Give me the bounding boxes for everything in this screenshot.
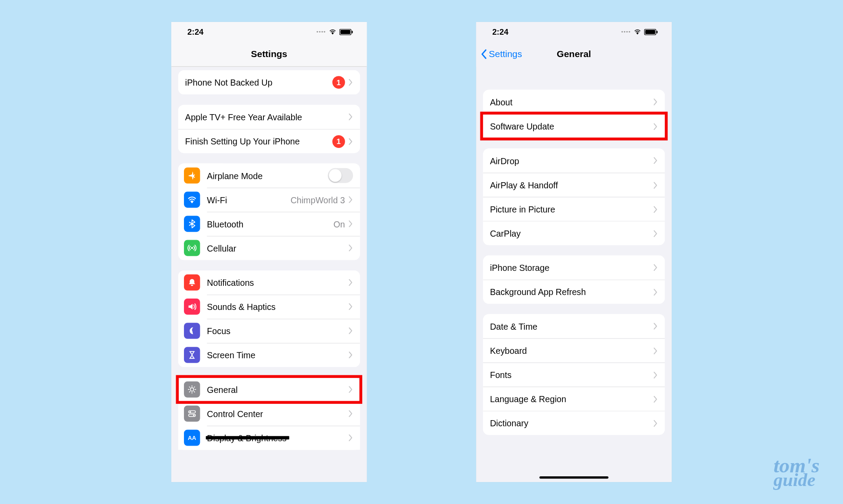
row-label: Cellular — [207, 243, 236, 253]
row-apple-tv-promo[interactable]: Apple TV+ Free Year Available — [178, 105, 360, 129]
row-general[interactable]: General — [178, 378, 360, 402]
home-indicator[interactable] — [540, 476, 609, 479]
switches-icon — [184, 406, 200, 422]
chevron-left-icon — [481, 49, 488, 60]
row-label: iPhone Not Backed Up — [185, 77, 273, 87]
group-airdrop: AirDrop AirPlay & Handoff Picture in Pic… — [483, 148, 665, 245]
airplane-toggle[interactable] — [328, 168, 353, 183]
row-about[interactable]: About — [483, 90, 665, 114]
chevron-right-icon — [653, 230, 658, 237]
row-wifi[interactable]: Wi-Fi ChimpWorld 3 — [178, 187, 360, 212]
row-keyboard[interactable]: Keyboard — [483, 338, 665, 363]
row-control-center[interactable]: Control Center — [178, 402, 360, 426]
gear-icon — [184, 382, 200, 398]
general-screen: 2:24 •••• Settings General About — [476, 22, 671, 482]
chevron-right-icon — [653, 123, 658, 130]
row-label: Picture in Picture — [490, 204, 555, 214]
row-airdrop[interactable]: AirDrop — [483, 148, 665, 173]
status-bar: 2:24 •••• — [476, 22, 671, 42]
row-label: Control Center — [207, 409, 263, 418]
row-airplay-handoff[interactable]: AirPlay & Handoff — [483, 173, 665, 197]
chevron-right-icon — [349, 352, 353, 359]
row-label: AirDrop — [490, 156, 519, 166]
row-language-region[interactable]: Language & Region — [483, 387, 665, 411]
row-label: Apple TV+ Free Year Available — [185, 112, 302, 122]
bell-icon — [184, 274, 200, 291]
back-label: Settings — [489, 49, 522, 60]
row-display-brightness[interactable]: Display & Brightness — [178, 426, 360, 450]
row-label: Language & Region — [490, 394, 566, 404]
row-label: iPhone Storage — [490, 263, 549, 272]
row-picture-in-picture[interactable]: Picture in Picture — [483, 197, 665, 221]
row-background-app-refresh[interactable]: Background App Refresh — [483, 280, 665, 304]
battery-icon — [339, 29, 353, 35]
row-label: CarPlay — [490, 228, 521, 238]
group-date-keyboard: Date & Time Keyboard Fonts Language & Re… — [483, 314, 665, 435]
row-label: Screen Time — [207, 350, 255, 360]
row-finish-setup[interactable]: Finish Setting Up Your iPhone 1 — [178, 129, 360, 153]
group-notifications: Notifications Sounds & Haptics Focus — [178, 270, 360, 367]
row-iphone-not-backed-up[interactable]: iPhone Not Backed Up 1 — [178, 70, 360, 94]
battery-icon — [644, 29, 658, 35]
hourglass-icon — [184, 347, 200, 363]
status-time: 2:24 — [492, 27, 508, 36]
row-software-update[interactable]: Software Update — [483, 114, 665, 138]
chevron-right-icon — [349, 196, 353, 203]
row-cellular[interactable]: Cellular — [178, 236, 360, 260]
chevron-right-icon — [653, 396, 658, 403]
row-label: Background App Refresh — [490, 287, 586, 297]
chevron-right-icon — [653, 371, 658, 378]
row-label: General — [207, 385, 238, 394]
status-time: 2:24 — [187, 27, 204, 36]
chevron-right-icon — [349, 138, 353, 145]
row-label: Finish Setting Up Your iPhone — [185, 137, 300, 146]
settings-screen: 2:24 •••• Settings iPhone Not Backed Up … — [171, 22, 367, 482]
row-notifications[interactable]: Notifications — [178, 270, 360, 295]
chevron-right-icon — [349, 220, 353, 227]
row-screen-time[interactable]: Screen Time — [178, 343, 360, 367]
chevron-right-icon — [349, 279, 353, 286]
cellular-icon — [184, 240, 200, 256]
row-date-time[interactable]: Date & Time — [483, 314, 665, 338]
row-carplay[interactable]: CarPlay — [483, 221, 665, 245]
chevron-right-icon — [349, 410, 353, 417]
chevron-right-icon — [349, 386, 353, 393]
row-label: Keyboard — [490, 346, 527, 356]
chevron-right-icon — [349, 434, 353, 441]
row-label: About — [490, 97, 512, 107]
chevron-right-icon — [349, 328, 353, 335]
row-fonts[interactable]: Fonts — [483, 363, 665, 387]
chevron-right-icon — [349, 303, 353, 310]
speaker-icon — [184, 299, 200, 315]
chevron-right-icon — [653, 157, 658, 164]
chevron-right-icon — [653, 98, 658, 105]
row-label: AirPlay & Handoff — [490, 180, 558, 190]
row-label: Wi-Fi — [207, 195, 227, 205]
row-airplane-mode[interactable]: Airplane Mode — [178, 163, 360, 187]
row-label: Bluetooth — [207, 219, 243, 229]
wifi-icon — [328, 28, 337, 35]
back-button[interactable]: Settings — [481, 42, 522, 67]
row-label: Airplane Mode — [207, 171, 263, 180]
row-sounds-haptics[interactable]: Sounds & Haptics — [178, 295, 360, 319]
row-label: Sounds & Haptics — [207, 302, 275, 311]
bluetooth-icon — [184, 216, 200, 232]
page-title: General — [557, 49, 591, 59]
row-dictionary[interactable]: Dictionary — [483, 411, 665, 435]
moon-icon — [184, 323, 200, 339]
row-label: Dictionary — [490, 418, 528, 428]
row-label: Fonts — [490, 370, 512, 380]
chevron-right-icon — [653, 347, 658, 354]
row-focus[interactable]: Focus — [178, 319, 360, 343]
airplane-icon — [184, 167, 200, 184]
chevron-right-icon — [653, 182, 658, 189]
row-bluetooth[interactable]: Bluetooth On — [178, 212, 360, 236]
chevron-right-icon — [349, 113, 353, 120]
wifi-icon — [184, 191, 200, 208]
group-storage: iPhone Storage Background App Refresh — [483, 256, 665, 304]
wifi-icon — [633, 28, 642, 35]
group-backup: iPhone Not Backed Up 1 — [178, 70, 360, 94]
row-iphone-storage[interactable]: iPhone Storage — [483, 256, 665, 280]
nav-header: Settings General — [476, 42, 671, 67]
row-label: Focus — [207, 326, 231, 335]
